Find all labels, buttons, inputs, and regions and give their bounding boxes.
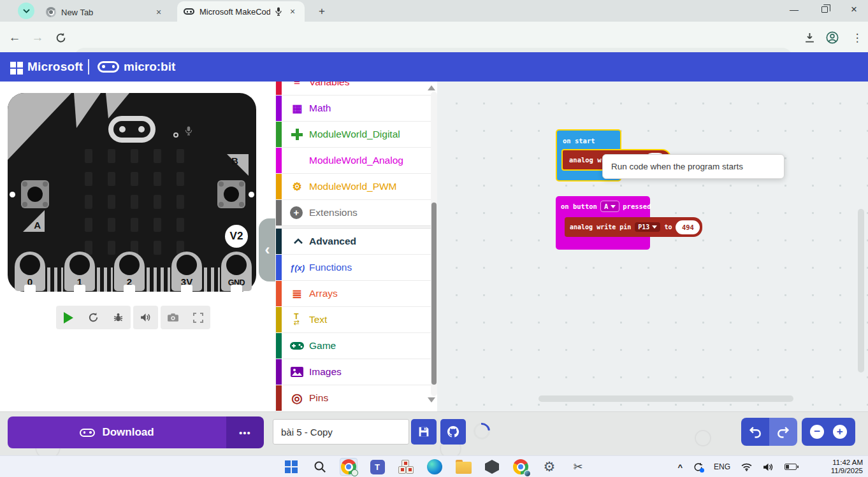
zoom-out-button[interactable]: − xyxy=(810,425,824,439)
zoom-in-button[interactable]: + xyxy=(833,425,847,439)
reload-button[interactable] xyxy=(52,29,69,46)
taskbar-snipping-tool[interactable]: ✂ xyxy=(569,458,587,476)
debug-button[interactable] xyxy=(106,306,131,329)
tab-search-button[interactable] xyxy=(18,3,34,19)
led-grid[interactable] xyxy=(85,149,184,255)
tray-clock[interactable]: 11:42 AM 11/9/2025 xyxy=(818,459,863,475)
tab-close-button[interactable]: × xyxy=(153,6,164,18)
profile-button[interactable] xyxy=(825,30,840,45)
browser-tab-inactive[interactable]: New Tab × xyxy=(40,3,171,22)
pin-dropdown[interactable]: P13 xyxy=(635,222,660,232)
plus-circle-icon: + xyxy=(290,206,303,219)
microphone-icon xyxy=(275,7,282,16)
filename-input[interactable] xyxy=(273,419,409,445)
battery-icon[interactable] xyxy=(785,464,799,470)
button-b[interactable] xyxy=(217,180,245,208)
tray-sync-button[interactable] xyxy=(693,462,703,472)
microphone-icon xyxy=(185,126,192,136)
volume-icon[interactable] xyxy=(763,463,774,471)
edge-connector-stripes xyxy=(204,267,220,292)
taskbar-chrome-2[interactable] xyxy=(512,458,530,476)
download-tray-icon xyxy=(804,32,815,43)
button-a[interactable] xyxy=(21,180,49,208)
taskbar-teams[interactable]: T xyxy=(368,458,386,476)
workspace-horizontal-scrollbar[interactable] xyxy=(539,395,793,402)
mute-button[interactable] xyxy=(133,306,158,329)
toolbox-category-text[interactable]: T ⇄ Text xyxy=(276,307,437,332)
toolbox-category-functions[interactable]: ƒ(x) Functions xyxy=(276,255,437,280)
browser-menu-button[interactable]: ⋮ xyxy=(850,30,865,45)
microbit-favicon-icon xyxy=(184,8,194,15)
download-label: Download xyxy=(102,426,154,439)
simulator-collapse-button[interactable]: ‹ xyxy=(259,218,276,281)
toolbox-category-moduleworld-pwm[interactable]: ⚙ ModuleWorld_PWM xyxy=(276,174,437,199)
toolbox-category-math[interactable]: ▦ Math xyxy=(276,96,437,121)
taskbar-chrome-active[interactable] xyxy=(340,458,358,476)
taskbar-input-method[interactable] xyxy=(397,458,415,476)
workspace-vertical-scrollbar[interactable] xyxy=(858,209,864,373)
toolbox-category-game[interactable]: Game xyxy=(276,333,437,359)
microbit-face-icon xyxy=(80,429,95,437)
toolbox-advanced-toggle[interactable]: Advanced xyxy=(276,229,437,254)
play-button[interactable] xyxy=(56,306,81,329)
caret-down-icon xyxy=(611,205,616,208)
save-button[interactable] xyxy=(411,419,437,445)
github-button[interactable] xyxy=(440,419,466,445)
pin-1[interactable]: 1 xyxy=(64,252,95,291)
window-maximize-button[interactable] xyxy=(812,0,837,19)
edge-connector-stripes xyxy=(147,267,170,292)
taskbar-file-explorer[interactable] xyxy=(454,458,472,476)
restart-button[interactable] xyxy=(81,306,106,329)
simulator-panel: A B V2 0 1 2 3V GND xyxy=(0,82,275,411)
forward-button[interactable]: → xyxy=(29,29,46,46)
blocks-workspace[interactable]: on start analog write pin Run code when … xyxy=(437,82,868,411)
toolbox-scroll-down-icon[interactable] xyxy=(428,397,435,402)
undo-button[interactable] xyxy=(741,418,769,446)
start-button[interactable] xyxy=(282,458,300,476)
edge-icon xyxy=(427,459,442,474)
toolbox-category-pins[interactable]: ◎ Pins xyxy=(276,385,437,411)
taskbar-edge[interactable] xyxy=(426,458,444,476)
pin-0[interactable]: 0 xyxy=(15,252,45,291)
toolbox-category-arrays[interactable]: ≣ Arrays xyxy=(276,281,437,306)
value-field[interactable]: 494 xyxy=(676,220,700,234)
toolbox-scrollbar-thumb[interactable] xyxy=(431,203,437,385)
taskbar-unity[interactable] xyxy=(483,458,501,476)
tray-language[interactable]: ENG xyxy=(714,462,730,471)
new-tab-button[interactable]: + xyxy=(315,4,329,18)
browser-tab-active[interactable]: Microsoft MakeCode for mi × xyxy=(177,1,305,22)
toolbox-category-extensions[interactable]: + Extensions xyxy=(276,200,437,225)
fullscreen-button[interactable] xyxy=(185,306,210,329)
board-dot xyxy=(10,192,15,197)
decorative-shape xyxy=(695,430,711,446)
wifi-icon[interactable] xyxy=(741,463,752,471)
redo-button[interactable] xyxy=(769,418,797,446)
toolbox-category-variables[interactable]: ≡ Variables xyxy=(276,82,437,95)
pin-gnd[interactable]: GND xyxy=(221,252,252,291)
downloads-button[interactable] xyxy=(802,30,817,45)
button-dropdown[interactable]: A xyxy=(600,201,619,212)
pin-3v[interactable]: 3V xyxy=(171,252,202,291)
edge-connector-stripes xyxy=(97,267,113,292)
window-minimize-button[interactable]: — xyxy=(781,0,807,19)
pin-2[interactable]: 2 xyxy=(114,252,145,291)
back-button[interactable]: ← xyxy=(6,29,23,46)
tab-close-button[interactable]: × xyxy=(287,6,298,17)
toolbox-category-moduleworld-analog[interactable]: ModuleWorld_Analog xyxy=(276,148,437,173)
tray-time: 11:42 AM xyxy=(818,459,863,467)
variables-icon: ≡ xyxy=(290,82,304,89)
microphone-led xyxy=(173,132,178,138)
microbit-logo-touch[interactable] xyxy=(108,116,156,143)
toolbox-category-moduleworld-digital[interactable]: ModuleWorld_Digital xyxy=(276,122,437,147)
screenshot-button[interactable] xyxy=(161,306,185,329)
calculator-icon: ▦ xyxy=(290,102,304,115)
toolbox-category-images[interactable]: Images xyxy=(276,359,437,385)
toolbox-scroll-up-icon[interactable] xyxy=(428,85,435,90)
taskbar-settings[interactable]: ⚙ xyxy=(540,458,558,476)
download-more-button[interactable]: ••• xyxy=(226,416,264,448)
taskbar-search-button[interactable] xyxy=(311,458,329,476)
download-button[interactable]: Download xyxy=(8,416,226,448)
window-close-button[interactable]: × xyxy=(841,0,867,19)
analog-write-block[interactable]: analog write pin P13 to 494 xyxy=(565,217,702,237)
tray-expand-button[interactable]: ^ xyxy=(677,462,683,472)
